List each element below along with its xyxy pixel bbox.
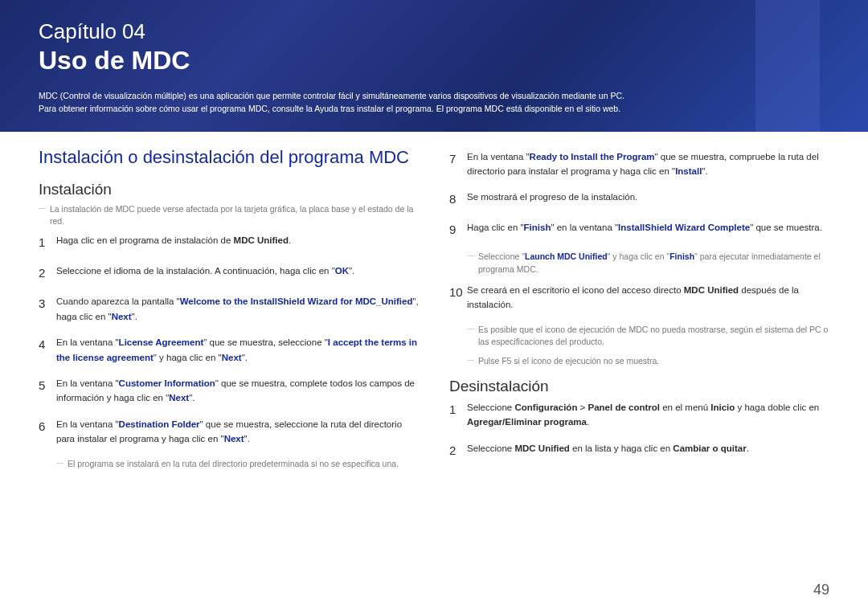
chapter-label: Capítulo 04 bbox=[39, 19, 829, 44]
uninstall-step-2: 2 Seleccione MDC Unified en la lista y h… bbox=[449, 441, 829, 460]
step-1: 1 Haga clic en el programa de instalació… bbox=[39, 233, 419, 252]
step-num-5: 5 bbox=[39, 376, 56, 406]
step-6-note: El programa se instalará en la ruta del … bbox=[56, 458, 419, 471]
step-num-9: 9 bbox=[449, 220, 467, 239]
step-num-2: 2 bbox=[39, 264, 56, 283]
step-num-10: 10 bbox=[449, 283, 467, 313]
uninstall-num-1: 1 bbox=[449, 400, 467, 430]
step-5: 5 En la ventana "Customer Information" q… bbox=[39, 376, 419, 406]
step-3: 3 Cuando aparezca la pantalla "Welcome t… bbox=[39, 294, 419, 324]
uninstall-step-1: 1 Seleccione Configuración > Panel de co… bbox=[449, 400, 829, 430]
page-number: 49 bbox=[813, 582, 829, 599]
uninstall-num-2: 2 bbox=[449, 441, 467, 460]
content-columns: Instalación o desinstalación del program… bbox=[0, 132, 868, 477]
step-num-1: 1 bbox=[39, 233, 56, 252]
section-install-uninstall: Instalación o desinstalación del program… bbox=[39, 146, 419, 169]
step-num-3: 3 bbox=[39, 294, 56, 324]
subsection-uninstall: Desinstalación bbox=[449, 378, 829, 395]
step-4: 4 En la ventana "License Agreement" que … bbox=[39, 335, 419, 365]
step-num-4: 4 bbox=[39, 335, 56, 365]
chapter-title: Uso de MDC bbox=[39, 46, 829, 76]
install-note: La instalación de MDC puede verse afecta… bbox=[39, 203, 419, 227]
step-9: 9 Haga clic en "Finish" en la ventana "I… bbox=[449, 220, 829, 239]
chapter-header: Capítulo 04 Uso de MDC MDC (Control de v… bbox=[0, 0, 868, 132]
step-7: 7 En la ventana "Ready to Install the Pr… bbox=[449, 149, 829, 179]
step-10: 10 Se creará en el escritorio el icono d… bbox=[449, 283, 829, 313]
step-8: 8 Se mostrará el progreso de la instalac… bbox=[449, 190, 829, 209]
step-num-7: 7 bbox=[449, 149, 467, 179]
step-10-note-1: Es posible que el icono de ejecución de … bbox=[467, 324, 829, 349]
step-2: 2 Seleccione el idioma de la instalación… bbox=[39, 264, 419, 283]
step-9-note: Seleccione "Launch MDC Unified" y haga c… bbox=[467, 251, 829, 276]
step-10-note-2: Pulse F5 si el icono de ejecución no se … bbox=[467, 355, 829, 368]
intro-line-1: MDC (Control de visualización múltiple) … bbox=[39, 90, 829, 103]
step-num-6: 6 bbox=[39, 417, 56, 447]
step-num-8: 8 bbox=[449, 190, 467, 209]
left-column: Instalación o desinstalación del program… bbox=[39, 146, 419, 477]
right-column: 7 En la ventana "Ready to Install the Pr… bbox=[449, 146, 829, 477]
subsection-install: Instalación bbox=[39, 181, 419, 198]
intro-line-2: Para obtener información sobre cómo usar… bbox=[39, 103, 829, 116]
step-6: 6 En la ventana "Destination Folder" que… bbox=[39, 417, 419, 447]
